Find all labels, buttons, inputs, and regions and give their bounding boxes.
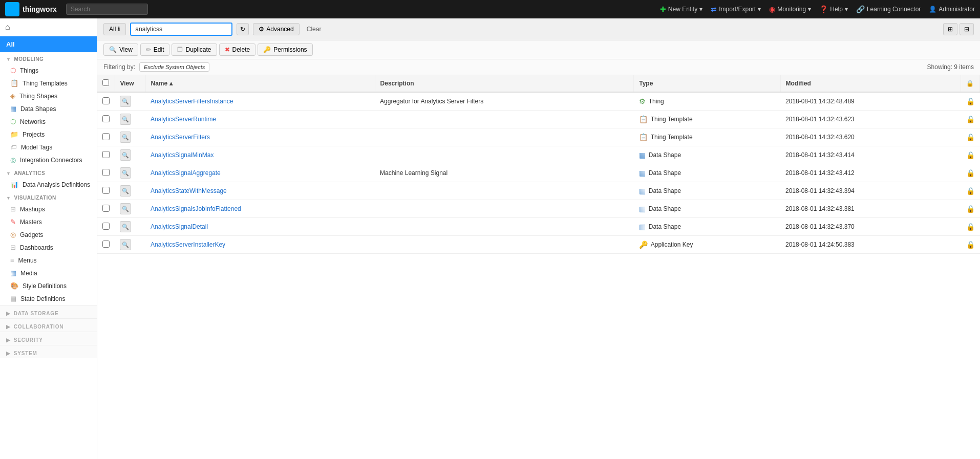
monitoring-nav[interactable]: ◉ Monitoring ▾ (769, 5, 811, 13)
sidebar-item-state-definitions[interactable]: ▤ State Definitions (0, 292, 97, 305)
refresh-button[interactable]: ↻ (237, 23, 249, 35)
projects-label: Projects (23, 131, 45, 138)
sidebar-section-analytics[interactable]: ▼ ANALYTICS (0, 166, 97, 178)
analytics-chevron: ▼ (6, 171, 11, 176)
sidebar-item-style-definitions[interactable]: 🎨 Style Definitions (0, 279, 97, 292)
lock-icon: 🔒 (966, 97, 975, 105)
delete-button[interactable]: ✖ Delete (219, 43, 256, 56)
sidebar-item-thing-shapes[interactable]: ◈ Thing Shapes (0, 90, 97, 102)
new-entity-nav[interactable]: ✚ New Entity ▾ (660, 5, 702, 13)
data-table: View Name ▴ Description Type Modified 🔒 … (97, 75, 980, 459)
header-modified[interactable]: Modified (780, 75, 961, 92)
edit-button[interactable]: ✏ Edit (140, 43, 170, 56)
import-export-nav[interactable]: ⇄ Import/Export ▾ (711, 5, 761, 13)
sidebar-item-projects[interactable]: 📁 Projects (0, 128, 97, 141)
header-type[interactable]: Type (634, 75, 780, 92)
sidebar-item-menus[interactable]: ≡ Menus (0, 254, 97, 267)
row-view-button[interactable]: 🔍 (120, 167, 131, 179)
row-view-button[interactable]: 🔍 (120, 149, 131, 161)
row-view-button[interactable]: 🔍 (120, 239, 131, 250)
sidebar-item-thing-templates[interactable]: 📋 Thing Templates (0, 77, 97, 90)
grid-view-button[interactable]: ⊞ (943, 23, 957, 35)
row-name[interactable]: AnalyticsSignalAggregate (145, 164, 375, 182)
header-lock: 🔒 (961, 75, 980, 92)
row-name[interactable]: AnalyticsSignalMinMax (145, 146, 375, 164)
things-icon: ⬡ (10, 67, 16, 74)
sidebar-item-networks[interactable]: ⬡ Networks (0, 115, 97, 128)
row-name[interactable]: AnalyticsSignalDetail (145, 218, 375, 236)
row-name[interactable]: AnalyticsServerInstallerKey (145, 236, 375, 254)
help-nav[interactable]: ❓ Help ▾ (819, 5, 848, 13)
row-checkbox[interactable] (97, 200, 115, 218)
sidebar-section-visualization[interactable]: ▼ VISUALIZATION (0, 191, 97, 203)
clear-button[interactable]: Clear (304, 24, 325, 35)
row-modified: 2018-08-01 14:32:43.394 (780, 182, 961, 200)
integration-connectors-label: Integration Connectors (20, 157, 82, 164)
row-name[interactable]: AnalyticsStateWithMessage (145, 182, 375, 200)
admin-nav[interactable]: 👤 Administrator (929, 6, 975, 13)
admin-label: Administrator (939, 6, 975, 13)
list-view-button[interactable]: ⊟ (960, 23, 974, 35)
row-view: 🔍 (115, 111, 145, 128)
sidebar-section-security[interactable]: ▶ SECURITY (0, 332, 97, 345)
sidebar-item-gadgets[interactable]: ◎ Gadgets (0, 228, 97, 241)
header-description[interactable]: Description (375, 75, 634, 92)
row-view-button[interactable]: 🔍 (120, 96, 131, 107)
sidebar-section-modeling[interactable]: ▼ MODELING (0, 52, 97, 64)
row-checkbox[interactable] (97, 218, 115, 236)
row-checkbox[interactable] (97, 146, 115, 164)
sidebar-item-media[interactable]: ▦ Media (0, 267, 97, 279)
learning-connector-nav[interactable]: 🔗 Learning Connector (856, 5, 921, 13)
row-name[interactable]: AnalyticsServerRuntime (145, 111, 375, 128)
row-checkbox[interactable] (97, 128, 115, 146)
sidebar-item-data-analysis[interactable]: 📊 Data Analysis Definitions (0, 178, 97, 191)
row-checkbox[interactable] (97, 236, 115, 254)
top-search-input[interactable] (66, 4, 148, 15)
sidebar-item-integration-connectors[interactable]: ◎ Integration Connectors (0, 154, 97, 166)
table-row: 🔍 AnalyticsServerFilters 📋 Thing Templat… (97, 128, 980, 146)
sidebar-item-masters[interactable]: ✎ Masters (0, 215, 97, 228)
lock-icon: 🔒 (966, 169, 975, 177)
row-view-button[interactable]: 🔍 (120, 132, 131, 143)
permissions-button[interactable]: 🔑 Permissions (258, 43, 312, 56)
row-checkbox[interactable] (97, 92, 115, 111)
row-checkbox[interactable] (97, 182, 115, 200)
sidebar-item-things[interactable]: ⬡ Things (0, 64, 97, 77)
menus-label: Menus (18, 257, 37, 264)
row-view-button[interactable]: 🔍 (120, 203, 131, 214)
sidebar-section-data-storage[interactable]: ▶ DATA STORAGE (0, 305, 97, 318)
sidebar-item-model-tags[interactable]: 🏷 Model Tags (0, 141, 97, 154)
view-icon: 🔍 (109, 46, 117, 53)
row-lock: 🔒 (961, 128, 980, 146)
row-view-button[interactable]: 🔍 (120, 185, 131, 196)
permissions-label: Permissions (273, 46, 307, 53)
sidebar-section-system[interactable]: ▶ SYSTEM (0, 345, 97, 358)
header-name[interactable]: Name ▴ (145, 75, 375, 92)
header-view: View (115, 75, 145, 92)
row-view-button[interactable]: 🔍 (120, 114, 131, 125)
row-name[interactable]: AnalyticsServerFilters (145, 128, 375, 146)
state-definitions-label: State Definitions (20, 295, 65, 302)
duplicate-button[interactable]: ❐ Duplicate (172, 43, 217, 56)
all-button[interactable]: All ℹ (103, 23, 126, 35)
row-lock: 🔒 (961, 92, 980, 111)
row-checkbox[interactable] (97, 111, 115, 128)
sidebar-all-button[interactable]: All (0, 36, 97, 52)
row-name[interactable]: AnalyticsServerFiltersInstance (145, 92, 375, 111)
row-name[interactable]: AnalyticsSignalsJobInfoFlattened (145, 200, 375, 218)
view-button[interactable]: 🔍 View (103, 43, 138, 56)
advanced-button[interactable]: ⚙ Advanced (253, 23, 299, 35)
sidebar-item-mashups[interactable]: ⊞ Mashups (0, 203, 97, 215)
sidebar-item-dashboards[interactable]: ⊟ Dashboards (0, 241, 97, 254)
sidebar-item-data-shapes[interactable]: ▦ Data Shapes (0, 102, 97, 115)
home-button[interactable]: ⌂ (0, 18, 97, 36)
networks-label: Networks (20, 118, 46, 125)
row-description: Machine Learning Signal (375, 164, 634, 182)
row-view-button[interactable]: 🔍 (120, 221, 131, 232)
header-checkbox[interactable] (97, 75, 115, 92)
row-type-label: Data Shape (649, 205, 681, 212)
row-checkbox[interactable] (97, 164, 115, 182)
entity-search-input[interactable] (130, 23, 232, 36)
sidebar-section-collaboration[interactable]: ▶ COLLABORATION (0, 318, 97, 332)
select-all-checkbox[interactable] (102, 79, 109, 86)
